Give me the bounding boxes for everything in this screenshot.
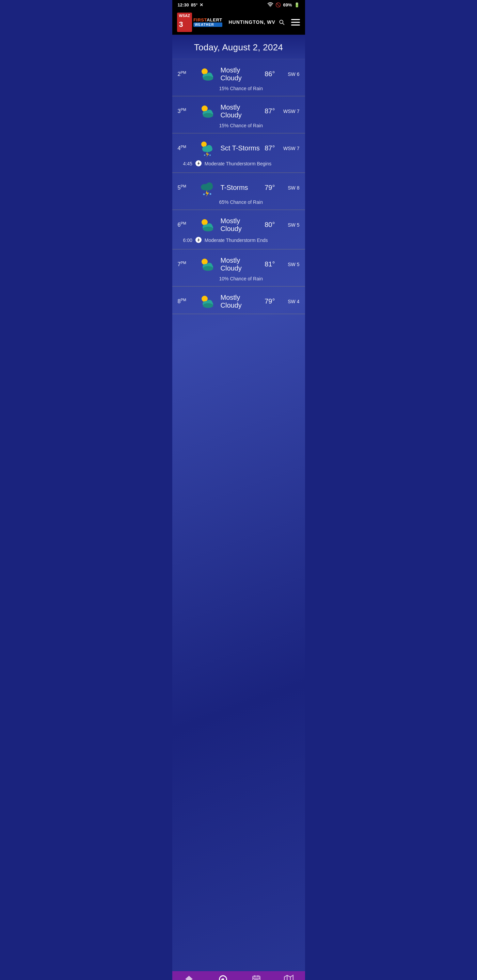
wind-speed: SW 6 [282, 72, 300, 77]
svg-point-26 [201, 219, 208, 225]
wind-speed: SW 5 [282, 222, 300, 228]
weather-row: 5PM T-Storms 79° SW 8 65% Chance of Rain [172, 173, 305, 210]
weather-icon [198, 140, 217, 157]
signal-blocked-icon: 🚫 [276, 2, 281, 8]
nav-item-home[interactable]: Home [183, 975, 195, 980]
condition-label: T-Storms [221, 184, 262, 192]
status-bar: 12:30 85° ✕ 🚫 69% 🔋 [172, 0, 305, 10]
rain-chance-sub: 15% Chance of Rain [178, 83, 300, 92]
wind-speed: SW 4 [282, 299, 300, 304]
rain-chance-sub: 15% Chance of Rain [178, 120, 300, 130]
svg-marker-47 [284, 975, 293, 980]
temperature: 87° [265, 144, 275, 152]
svg-point-25 [209, 193, 211, 195]
rain-chance-text: 10% Chance of Rain [219, 276, 263, 282]
hour-label: 8PM [178, 298, 194, 305]
weather-row: 6PM Mostly Cloudy 80° SW 5 6:00 Moderate… [172, 210, 305, 250]
nav-item-hourly[interactable]: Hourly [217, 975, 229, 980]
alert-time: 6:00 [183, 237, 192, 243]
wind-speed: SW 5 [282, 262, 300, 267]
logo-text: FIRSTALERT WEATHER [193, 18, 222, 27]
app-header: WSAZ 3 FIRSTALERT WEATHER HUNTINGTON, WV [172, 10, 305, 35]
nav-item-map[interactable]: Map [284, 975, 294, 980]
weather-icon [198, 216, 217, 234]
weather-icon [198, 256, 217, 273]
weather-main-row: 5PM T-Storms 79° SW 8 [178, 179, 300, 197]
rain-chance-sub: 65% Chance of Rain [178, 197, 300, 206]
alert-time: 4:45 [183, 161, 192, 166]
weather-icon [198, 179, 217, 197]
temperature: 80° [265, 221, 275, 229]
status-temp: 85° [191, 2, 198, 8]
wind-speed: WSW 7 [282, 146, 300, 151]
svg-point-16 [204, 154, 205, 156]
svg-point-11 [201, 142, 207, 147]
alert-text: Moderate Thunderstorm Ends [205, 237, 268, 243]
status-icon-x: ✕ [199, 2, 203, 8]
weather-icon [198, 293, 217, 310]
condition-label: Mostly Cloudy [221, 217, 262, 233]
svg-point-45 [222, 978, 224, 980]
battery-icon: 🔋 [294, 2, 300, 8]
map-icon [284, 975, 294, 980]
hour-label: 4PM [178, 145, 194, 151]
wind-speed: WSW 7 [282, 108, 300, 114]
location-display: HUNTINGTON, WV [228, 19, 285, 25]
hour-label: 6PM [178, 221, 194, 228]
svg-point-5 [203, 76, 213, 81]
temperature: 87° [265, 107, 275, 115]
search-icon[interactable] [278, 19, 285, 25]
weather-row: 8PM Mostly Cloudy 79° SW 4 [172, 286, 305, 314]
rain-chance-text: 15% Chance of Rain [219, 86, 263, 91]
svg-point-0 [270, 6, 271, 7]
weather-icon [198, 65, 217, 83]
svg-point-22 [206, 182, 213, 189]
status-time: 12:30 [178, 2, 189, 8]
wifi-icon [267, 2, 273, 8]
hour-label: 2PM [178, 70, 194, 77]
svg-point-6 [201, 105, 208, 111]
weather-icon [198, 102, 217, 120]
svg-marker-23 [206, 190, 209, 197]
alert-icon [195, 160, 202, 168]
weather-row: 4PM Sct T-Storms 87° WSW 7 4:45 Moderate… [172, 134, 305, 173]
hour-label: 5PM [178, 184, 194, 191]
weather-main-row: 3PM Mostly Cloudy 87° WSW 7 [178, 102, 300, 120]
date-text: Today, August 2, 2024 [194, 42, 283, 52]
home-icon [184, 975, 194, 980]
rain-chance-sub: 10% Chance of Rain [178, 273, 300, 283]
temperature: 86° [265, 70, 275, 78]
hourly-content: 2PM Mostly Cloudy 86° SW 6 15% Chance of… [172, 59, 305, 971]
svg-point-24 [203, 193, 205, 195]
condition-label: Mostly Cloudy [221, 66, 262, 82]
svg-marker-15 [206, 152, 209, 157]
svg-point-42 [203, 303, 213, 308]
nav-item-daily[interactable]: Daily [252, 975, 261, 980]
weather-row: 3PM Mostly Cloudy 87° WSW 7 15% Chance o… [172, 96, 305, 134]
hour-label: 7PM [178, 261, 194, 267]
alert-icon [195, 237, 202, 244]
svg-point-17 [209, 154, 211, 156]
rain-chance-text: 15% Chance of Rain [219, 123, 263, 128]
svg-point-38 [201, 296, 208, 302]
weather-main-row: 8PM Mostly Cloudy 79° SW 4 [178, 293, 300, 310]
channel-number: WSAZ 3 [177, 13, 192, 32]
bottom-nav: Home Hourly Daily Map [172, 971, 305, 980]
weather-label: WEATHER [193, 22, 222, 27]
daily-icon [252, 975, 261, 980]
wind-speed: SW 8 [282, 185, 300, 191]
svg-point-37 [203, 266, 213, 271]
battery-level: 69% [283, 2, 292, 8]
menu-button[interactable] [291, 19, 300, 25]
hour-label: 3PM [178, 108, 194, 115]
app-logo: WSAZ 3 FIRSTALERT WEATHER [177, 13, 222, 32]
condition-label: Mostly Cloudy [221, 103, 262, 119]
date-banner: Today, August 2, 2024 [172, 35, 305, 59]
svg-point-14 [206, 145, 212, 151]
svg-point-33 [201, 259, 208, 265]
weather-main-row: 2PM Mostly Cloudy 86° SW 6 [178, 65, 300, 83]
rain-chance-text: 65% Chance of Rain [219, 199, 263, 205]
weather-main-row: 4PM Sct T-Storms 87° WSW 7 [178, 140, 300, 157]
weather-row: 7PM Mostly Cloudy 81° SW 5 10% Chance of… [172, 250, 305, 286]
weather-main-row: 7PM Mostly Cloudy 81° SW 5 [178, 256, 300, 273]
